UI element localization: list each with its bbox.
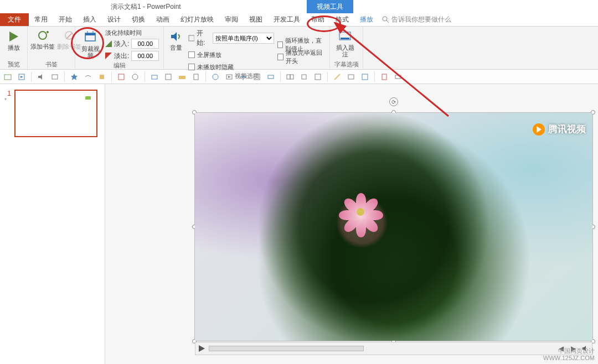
video-object[interactable]: ⟳ 腾讯视频 [195,113,592,341]
svg-marker-46 [199,345,205,352]
tab-animation[interactable]: 动画 [151,13,175,26]
slide-number: 1 [4,90,11,97]
qat-tool[interactable] [50,72,59,81]
start-select[interactable]: 按照单击顺序(I) [213,33,274,44]
fade-in-label: 淡入: [114,39,129,49]
ribbon-tabs: 文件 常用 开始 插入 设计 切换 动画 幻灯片放映 审阅 视图 开发工具 帮助… [0,13,598,27]
svg-rect-22 [52,75,58,79]
qat-tool[interactable] [313,72,322,81]
svg-rect-30 [194,74,198,80]
rotate-handle[interactable]: ⟳ [389,97,398,106]
tab-design[interactable]: 设计 [102,13,126,26]
svg-rect-38 [287,75,290,79]
svg-rect-18 [4,75,11,80]
svg-line-7 [66,33,72,39]
svg-marker-2 [9,32,18,41]
slide-thumbnail[interactable] [14,90,97,137]
qat-tool[interactable] [286,72,295,81]
video-progress-track[interactable] [209,346,364,351]
svg-rect-42 [348,75,354,79]
fullscreen-label: 全屏播放 [197,51,221,59]
svg-marker-13 [105,53,112,59]
add-bookmark-button[interactable]: 添加书签 [31,28,54,50]
qat-tool[interactable] [17,72,26,81]
qat-tool[interactable] [333,72,342,81]
trim-icon [83,30,97,44]
qat-tool[interactable] [266,72,275,81]
qat-tool[interactable] [347,72,355,81]
tab-slideshow[interactable]: 幻灯片放映 [175,13,219,26]
svg-point-0 [383,17,387,21]
slide-canvas[interactable]: ⟳ 腾讯视频 [105,84,598,364]
qat-tool[interactable] [131,72,140,81]
qat-tool[interactable] [178,72,187,81]
qat-tool[interactable] [239,72,248,81]
fade-out-input[interactable] [131,51,159,61]
tell-me-search[interactable]: 告诉我你想要做什么 [382,13,451,26]
tab-transition[interactable]: 切换 [126,13,151,26]
qat-tool[interactable] [300,72,308,81]
add-bookmark-label: 添加书签 [30,43,55,50]
tab-common[interactable]: 常用 [29,13,53,26]
tab-home[interactable]: 开始 [53,13,78,26]
video-play-button[interactable] [198,345,205,352]
thumb-video-icon [85,96,91,100]
qat-tool[interactable] [252,72,261,81]
svg-rect-39 [290,75,293,79]
qat-tool[interactable] [164,72,173,81]
hide-checkbox[interactable]: 未播放时隐藏 [188,62,274,72]
group-edit-label: 编辑 [79,61,160,70]
qat-tool[interactable] [360,72,369,81]
qat-tool[interactable] [380,72,389,81]
svg-rect-17 [341,38,349,39]
svg-rect-9 [85,33,95,35]
svg-point-31 [213,74,218,80]
qat-tool[interactable] [211,72,220,81]
qat-tool[interactable] [150,72,159,81]
tab-insert[interactable]: 插入 [78,13,102,26]
svg-point-26 [132,74,138,80]
fade-in-icon [105,40,112,47]
tab-playback[interactable]: 播放 [354,13,379,26]
qat-tool[interactable] [225,72,234,81]
qat-tool[interactable] [192,72,200,81]
window-title: 演示文稿1 - PowerPoint [111,2,181,12]
qat-tool[interactable] [394,72,403,81]
caption-label: 插入题注 [333,44,357,58]
fullscreen-checkbox[interactable]: 全屏播放 [188,50,274,60]
hide-label: 未播放时隐藏 [197,63,234,71]
page-watermark: 中国网页设计 WWW.125JZ.COM [543,347,595,362]
svg-rect-25 [118,74,124,80]
tab-review[interactable]: 审阅 [219,13,244,26]
play-icon [7,30,20,43]
svg-rect-29 [179,76,185,79]
fade-in-input[interactable] [131,39,159,49]
qat-tool[interactable] [3,72,12,81]
qat-tool[interactable] [70,72,79,81]
remove-bookmark-label: 删除书签 [57,43,81,50]
trim-video-button[interactable]: 剪裁视频 [79,28,102,59]
svg-marker-21 [38,74,42,80]
svg-marker-20 [20,76,23,78]
tab-devtools[interactable]: 开发工具 [268,13,306,26]
rewind-label: 播放完毕返回开头 [286,49,326,65]
svg-rect-43 [362,74,368,80]
insert-caption-button[interactable]: 插入题注 [333,28,357,58]
caption-icon [338,30,352,43]
tab-view[interactable]: 视图 [244,13,268,26]
start-icon [188,35,194,41]
tab-format[interactable]: 格式 [330,13,354,26]
rewind-checkbox[interactable]: 播放完毕返回开头 [277,52,326,62]
qat-tool[interactable] [84,72,92,81]
qat-tool[interactable] [117,72,126,81]
fade-duration-label: 淡化持续时间 [105,29,159,37]
tab-file[interactable]: 文件 [0,13,29,26]
group-bookmarks-label: 书签 [31,60,71,69]
play-preview-button[interactable]: 播放 [3,28,24,51]
animation-indicator-icon: * [4,97,11,103]
qat-tool[interactable] [37,72,45,81]
tab-help[interactable]: 帮助 [306,13,330,26]
qat-tool[interactable] [97,72,106,81]
volume-button[interactable]: 音量 [167,28,185,51]
bookmark-add-icon [37,30,49,42]
